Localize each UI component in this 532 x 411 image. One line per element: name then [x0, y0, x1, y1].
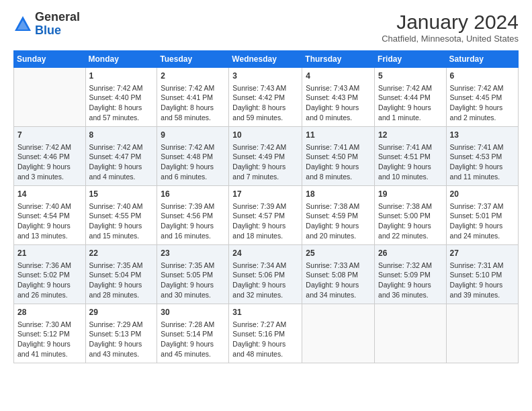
- day-info: Daylight: 9 hours: [89, 280, 154, 290]
- calendar-cell: 5Sunrise: 7:42 AMSunset: 4:44 PMDaylight…: [375, 68, 447, 127]
- day-number: 3: [232, 71, 298, 82]
- day-info: and 16 minutes.: [161, 231, 225, 241]
- calendar-header-tuesday: Tuesday: [157, 51, 229, 68]
- day-number: 20: [450, 189, 515, 200]
- title-block: January 2024 Chatfield, Minnesota, Unite…: [382, 11, 519, 44]
- day-info: Sunrise: 7:37 AM: [450, 201, 515, 212]
- logo: General Blue: [13, 11, 80, 38]
- calendar-cell: 16Sunrise: 7:39 AMSunset: 4:56 PMDayligh…: [157, 186, 229, 245]
- day-number: 2: [161, 71, 225, 82]
- day-number: 31: [232, 307, 298, 318]
- day-info: Sunset: 4:55 PM: [89, 211, 154, 221]
- calendar-cell: 19Sunrise: 7:38 AMSunset: 5:00 PMDayligh…: [375, 186, 447, 245]
- day-info: Sunset: 4:50 PM: [306, 152, 371, 162]
- day-info: Daylight: 8 hours: [89, 103, 154, 113]
- day-number: 7: [17, 130, 82, 141]
- day-info: Sunset: 4:46 PM: [17, 152, 82, 162]
- day-info: Sunrise: 7:42 AM: [17, 142, 82, 152]
- calendar-cell: 3Sunrise: 7:43 AMSunset: 4:42 PMDaylight…: [229, 68, 302, 127]
- day-info: and 24 minutes.: [450, 231, 515, 241]
- day-info: Daylight: 9 hours: [306, 103, 371, 113]
- day-info: Daylight: 9 hours: [378, 162, 443, 172]
- day-info: Sunrise: 7:39 AM: [232, 201, 298, 212]
- day-info: Sunrise: 7:40 AM: [89, 201, 154, 212]
- day-info: Daylight: 9 hours: [17, 280, 82, 290]
- day-info: Daylight: 9 hours: [450, 221, 515, 231]
- day-info: Daylight: 9 hours: [89, 162, 154, 172]
- day-info: and 41 minutes.: [17, 349, 82, 359]
- day-info: Sunset: 4:40 PM: [89, 93, 154, 103]
- day-info: Sunrise: 7:38 AM: [378, 201, 443, 212]
- calendar-cell: [375, 304, 447, 363]
- logo-blue: Blue: [35, 24, 61, 37]
- location: Chatfield, Minnesota, United States: [382, 34, 519, 44]
- logo-text: General Blue: [35, 11, 80, 38]
- day-number: 29: [89, 307, 154, 318]
- calendar-cell: [446, 304, 518, 363]
- day-info: Sunset: 5:04 PM: [89, 270, 154, 280]
- calendar-cell: 21Sunrise: 7:36 AMSunset: 5:02 PMDayligh…: [14, 245, 86, 304]
- day-info: Sunset: 4:54 PM: [17, 211, 82, 221]
- calendar-cell: 20Sunrise: 7:37 AMSunset: 5:01 PMDayligh…: [446, 186, 518, 245]
- day-info: and 28 minutes.: [89, 290, 154, 300]
- day-info: and 13 minutes.: [17, 231, 82, 241]
- calendar-week-row: 28Sunrise: 7:30 AMSunset: 5:12 PMDayligh…: [14, 304, 519, 363]
- day-info: Sunrise: 7:34 AM: [232, 261, 298, 271]
- day-number: 27: [450, 248, 515, 259]
- day-info: and 30 minutes.: [161, 290, 225, 300]
- day-info: Daylight: 9 hours: [306, 221, 371, 231]
- day-info: Sunset: 5:05 PM: [161, 270, 225, 280]
- day-info: Sunrise: 7:35 AM: [161, 261, 225, 271]
- day-info: Daylight: 9 hours: [17, 162, 82, 172]
- calendar-cell: 24Sunrise: 7:34 AMSunset: 5:06 PMDayligh…: [229, 245, 302, 304]
- day-info: and 32 minutes.: [232, 290, 298, 300]
- calendar-cell: 28Sunrise: 7:30 AMSunset: 5:12 PMDayligh…: [14, 304, 86, 363]
- day-info: and 48 minutes.: [232, 349, 298, 359]
- calendar-cell: 17Sunrise: 7:39 AMSunset: 4:57 PMDayligh…: [229, 186, 302, 245]
- calendar-week-row: 21Sunrise: 7:36 AMSunset: 5:02 PMDayligh…: [14, 245, 519, 304]
- day-number: 22: [89, 248, 154, 259]
- day-info: Sunset: 4:43 PM: [306, 93, 371, 103]
- day-info: Sunrise: 7:36 AM: [17, 261, 82, 271]
- day-info: and 0 minutes.: [306, 113, 371, 123]
- calendar-cell: 13Sunrise: 7:41 AMSunset: 4:53 PMDayligh…: [446, 127, 518, 186]
- day-info: and 3 minutes.: [17, 172, 82, 182]
- day-info: and 18 minutes.: [232, 231, 298, 241]
- day-info: and 7 minutes.: [232, 172, 298, 182]
- calendar-cell: 25Sunrise: 7:33 AMSunset: 5:08 PMDayligh…: [302, 245, 375, 304]
- day-info: and 6 minutes.: [161, 172, 225, 182]
- calendar-cell: 10Sunrise: 7:42 AMSunset: 4:49 PMDayligh…: [229, 127, 302, 186]
- day-info: Sunset: 4:44 PM: [378, 93, 443, 103]
- calendar-cell: 8Sunrise: 7:42 AMSunset: 4:47 PMDaylight…: [85, 127, 157, 186]
- day-info: Sunset: 5:02 PM: [17, 270, 82, 280]
- day-info: Daylight: 9 hours: [378, 103, 443, 113]
- day-info: Sunrise: 7:35 AM: [89, 261, 154, 271]
- day-info: Sunset: 4:51 PM: [378, 152, 443, 162]
- day-info: and 39 minutes.: [450, 290, 515, 300]
- month-title: January 2024: [382, 11, 519, 34]
- day-info: and 57 minutes.: [89, 113, 154, 123]
- day-info: Sunset: 4:59 PM: [306, 211, 371, 221]
- calendar-cell: 30Sunrise: 7:28 AMSunset: 5:14 PMDayligh…: [157, 304, 229, 363]
- calendar-cell: 22Sunrise: 7:35 AMSunset: 5:04 PMDayligh…: [85, 245, 157, 304]
- day-number: 28: [17, 307, 82, 318]
- day-info: Sunset: 4:47 PM: [89, 152, 154, 162]
- day-info: and 20 minutes.: [306, 231, 371, 241]
- calendar-cell: 14Sunrise: 7:40 AMSunset: 4:54 PMDayligh…: [14, 186, 86, 245]
- day-info: Sunrise: 7:41 AM: [378, 142, 443, 152]
- calendar-cell: 4Sunrise: 7:43 AMSunset: 4:43 PMDaylight…: [302, 68, 375, 127]
- day-info: Sunset: 5:13 PM: [89, 329, 154, 339]
- day-info: Daylight: 8 hours: [232, 103, 298, 113]
- day-info: Daylight: 9 hours: [378, 221, 443, 231]
- day-info: Daylight: 9 hours: [450, 162, 515, 172]
- day-info: and 15 minutes.: [89, 231, 154, 241]
- day-info: Sunrise: 7:42 AM: [161, 83, 225, 93]
- calendar-cell: 31Sunrise: 7:27 AMSunset: 5:16 PMDayligh…: [229, 304, 302, 363]
- day-info: and 11 minutes.: [450, 172, 515, 182]
- calendar-week-row: 14Sunrise: 7:40 AMSunset: 4:54 PMDayligh…: [14, 186, 519, 245]
- header: General Blue January 2024 Chatfield, Min…: [13, 11, 519, 44]
- day-info: and 36 minutes.: [378, 290, 443, 300]
- calendar-cell: 29Sunrise: 7:29 AMSunset: 5:13 PMDayligh…: [85, 304, 157, 363]
- day-info: Sunset: 4:49 PM: [232, 152, 298, 162]
- calendar-cell: 23Sunrise: 7:35 AMSunset: 5:05 PMDayligh…: [157, 245, 229, 304]
